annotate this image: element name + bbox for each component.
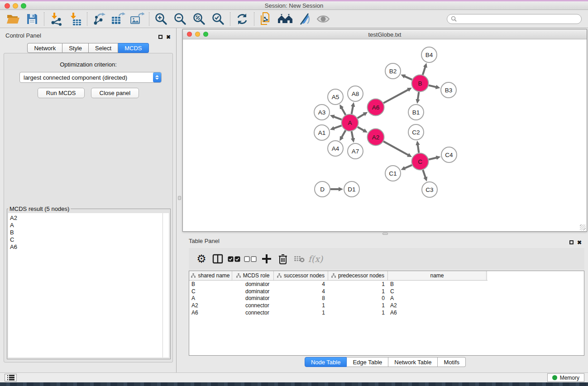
table-cell[interactable]: B <box>388 281 487 287</box>
pencil-slash-icon[interactable] <box>295 11 314 27</box>
table-cell[interactable]: connector <box>232 302 274 309</box>
table-cell[interactable]: 1 <box>328 310 388 316</box>
graph-edge-A-A7[interactable] <box>352 131 353 138</box>
result-item[interactable]: B <box>10 229 163 236</box>
table-row[interactable]: Bdominator41B <box>189 281 584 288</box>
result-item[interactable]: A <box>10 222 163 229</box>
network-window-titlebar[interactable]: testGlobe.txt <box>183 29 587 39</box>
table-cell[interactable]: A6 <box>388 310 487 316</box>
tab-node-table[interactable]: Node Table <box>305 357 347 367</box>
zoom-in-icon[interactable] <box>152 11 171 27</box>
window-resize-grip[interactable] <box>580 224 586 230</box>
result-scrollbar[interactable] <box>163 213 169 357</box>
graph-edge-B-B1[interactable] <box>418 92 419 100</box>
double-home-icon[interactable] <box>276 11 295 27</box>
column-header-shared-name[interactable]: shared name <box>189 271 232 280</box>
graph-edge-B-B2[interactable] <box>405 76 412 80</box>
refresh-icon[interactable] <box>233 11 252 27</box>
table-row[interactable]: Adominator80A <box>189 295 584 302</box>
graph-edge-C-C2[interactable] <box>418 145 419 153</box>
table-row[interactable]: A6connector11A6 <box>189 309 584 316</box>
unchecked-boxes-icon[interactable] <box>242 251 258 267</box>
column-header-predecessor-nodes[interactable]: predecessor nodes <box>328 271 388 280</box>
table-cell[interactable]: A <box>388 295 487 301</box>
graph-edge-A-A1[interactable] <box>334 126 341 129</box>
close-table-panel-icon[interactable] <box>577 238 582 246</box>
graph-edge-A-A6[interactable] <box>358 114 364 118</box>
table-cell[interactable]: dominator <box>232 288 274 295</box>
graph-edge-A2-C[interactable] <box>383 141 408 155</box>
table-cell[interactable]: 8 <box>274 295 328 301</box>
clone-network-icon[interactable] <box>257 11 276 27</box>
table-cell[interactable]: C <box>189 288 232 295</box>
zoom-selected-icon[interactable] <box>209 11 228 27</box>
tab-edge-table[interactable]: Edge Table <box>347 357 388 367</box>
export-table-icon[interactable] <box>109 11 128 27</box>
import-table-icon[interactable] <box>66 11 85 27</box>
column-header-name[interactable]: name <box>388 271 487 280</box>
import-network-icon[interactable] <box>47 11 66 27</box>
table-cell[interactable]: A6 <box>189 310 232 316</box>
zoom-out-icon[interactable] <box>171 11 190 27</box>
function-icon[interactable]: f(x) <box>307 251 324 267</box>
table-cell[interactable]: dominator <box>232 295 274 301</box>
search-field[interactable] <box>447 14 582 24</box>
vertical-splitter-handle[interactable] <box>178 196 181 200</box>
column-header-successor-nodes[interactable]: successor nodes <box>274 271 328 280</box>
graph-edge-C-C3[interactable] <box>423 170 425 177</box>
table-row[interactable]: Cdominator41C <box>189 288 584 295</box>
delete-table-icon[interactable] <box>291 251 307 267</box>
float-table-panel-icon[interactable] <box>569 240 574 244</box>
tab-network-table[interactable]: Network Table <box>388 357 438 367</box>
split-table-icon[interactable] <box>210 251 226 267</box>
close-panel-icon[interactable] <box>166 33 171 41</box>
trash-icon[interactable] <box>275 251 291 267</box>
graph-edge-C-C4[interactable] <box>429 157 437 159</box>
table-cell[interactable]: 1 <box>274 302 328 309</box>
memory-button[interactable]: Memory <box>547 373 584 382</box>
table-cell[interactable]: A2 <box>189 302 232 309</box>
close-panel-button[interactable]: Close panel <box>91 88 139 98</box>
table-cell[interactable]: 0 <box>328 295 388 301</box>
table-cell[interactable]: dominator <box>232 281 274 287</box>
table-cell[interactable]: A <box>189 295 232 301</box>
result-item[interactable]: A2 <box>10 214 163 222</box>
plus-icon[interactable] <box>258 251 275 267</box>
graph-edge-C-C1[interactable] <box>405 165 412 168</box>
table-cell[interactable]: 1 <box>328 302 388 309</box>
optimization-criterion-dropdown[interactable]: largest connected component (directed) <box>19 72 162 83</box>
tab-motifs[interactable]: Motifs <box>438 357 466 367</box>
search-input[interactable] <box>457 15 581 23</box>
graph-edge-A-A5[interactable] <box>342 108 346 115</box>
column-header-MCDS-role[interactable]: MCDS role <box>232 271 274 280</box>
open-folder-icon[interactable] <box>4 11 23 27</box>
save-icon[interactable] <box>23 11 42 27</box>
export-image-icon[interactable] <box>128 11 147 27</box>
export-network-icon[interactable] <box>90 11 109 27</box>
table-cell[interactable]: 1 <box>274 310 328 316</box>
graph-edge-B-B3[interactable] <box>429 86 436 87</box>
eye-icon[interactable] <box>314 11 333 27</box>
mcds-result-list[interactable]: A2ABCA6 <box>8 213 163 357</box>
table-row[interactable]: A2connector11A2 <box>189 302 584 309</box>
run-mcds-button[interactable]: Run MCDS <box>38 88 85 98</box>
node-table[interactable]: shared nameMCDS rolesuccessor nodesprede… <box>189 271 584 356</box>
table-cell[interactable]: connector <box>232 310 274 316</box>
table-cell[interactable]: B <box>189 281 232 287</box>
graph-edge-A6-B[interactable] <box>383 90 408 103</box>
table-cell[interactable]: 4 <box>274 281 328 287</box>
graph-edge-A-A4[interactable] <box>342 130 346 138</box>
result-item[interactable]: C <box>10 236 163 243</box>
tab-select[interactable]: Select <box>89 43 118 53</box>
graph-edge-B-B4[interactable] <box>423 67 425 75</box>
tab-style[interactable]: Style <box>62 43 89 53</box>
graph-edge-A-A2[interactable] <box>358 127 364 131</box>
table-cell[interactable]: 4 <box>274 288 328 295</box>
graph-edge-A-A3[interactable] <box>334 117 341 119</box>
zoom-fit-icon[interactable] <box>190 11 209 27</box>
gear-icon[interactable] <box>193 251 210 267</box>
task-history-button[interactable] <box>5 374 17 381</box>
network-graph-canvas[interactable]: AA1A2A3A4A5A6A7A8BB1B2B3B4CC1C2C3C4DD1 <box>183 39 586 231</box>
checked-boxes-icon[interactable] <box>226 251 242 267</box>
float-panel-icon[interactable] <box>158 35 163 39</box>
